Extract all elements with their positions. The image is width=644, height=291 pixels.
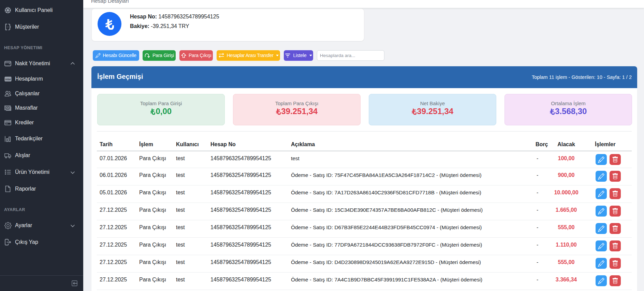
svg-text:VISA: VISA <box>5 78 11 80</box>
